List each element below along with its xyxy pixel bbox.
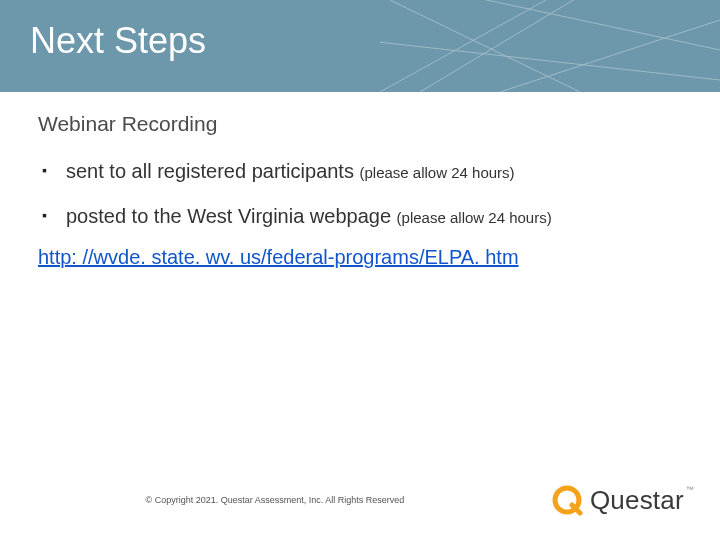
bullet-list: sent to all registered participants (ple… — [38, 160, 680, 228]
trademark-symbol: ™ — [686, 485, 694, 494]
list-item: posted to the West Virginia webpage (ple… — [42, 205, 680, 228]
section-subtitle: Webinar Recording — [38, 112, 680, 136]
svg-line-2 — [380, 40, 720, 80]
bullet-note: (please allow 24 hours) — [397, 209, 552, 226]
svg-line-1 — [420, 0, 640, 92]
svg-line-4 — [500, 20, 720, 92]
list-item: sent to all registered participants (ple… — [42, 160, 680, 183]
content-area: Webinar Recording sent to all registered… — [38, 112, 680, 269]
questar-logo-icon — [550, 483, 584, 517]
footer: © Copyright 2021. Questar Assessment, In… — [0, 470, 720, 530]
title-band: Next Steps — [0, 0, 720, 92]
resource-link[interactable]: http: //wvde. state. wv. us/federal-prog… — [38, 246, 519, 269]
logo-label: Questar — [590, 485, 684, 515]
bullet-note: (please allow 24 hours) — [360, 164, 515, 181]
questar-logo-text: Questar™ — [590, 485, 694, 516]
svg-line-3 — [440, 0, 720, 50]
questar-logo: Questar™ — [550, 483, 694, 517]
bullet-main: sent to all registered participants — [66, 160, 360, 182]
bullet-main: posted to the West Virginia webpage — [66, 205, 397, 227]
slide-title: Next Steps — [30, 20, 206, 62]
copyright-text: © Copyright 2021. Questar Assessment, In… — [0, 495, 550, 505]
slide: Next Steps Webinar Recording sent to all… — [0, 0, 720, 540]
decorative-lines-icon — [380, 0, 720, 92]
